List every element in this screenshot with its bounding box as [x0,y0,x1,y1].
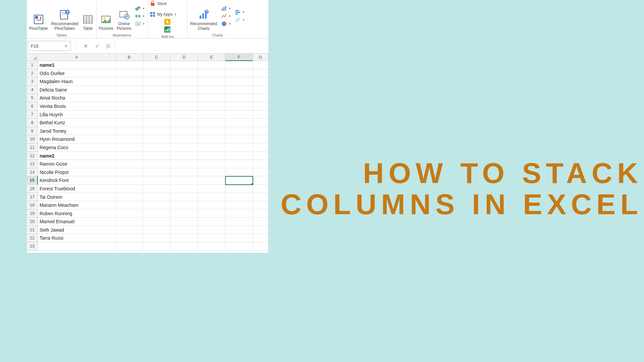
row-header-4[interactable]: 4 [27,86,38,94]
cell-A20[interactable]: Marivel Emanuel [38,218,116,226]
cell-B10[interactable] [116,135,143,143]
cell-A3[interactable]: Magdalen Haun [38,77,116,86]
cell-A5[interactable]: Amal Rocha [38,94,116,102]
online-pictures-button[interactable]: Online Pictures [116,8,132,32]
column-header-D[interactable]: D [170,54,198,61]
screenshot-button[interactable] [134,20,145,27]
cell-D2[interactable] [170,69,198,78]
row-header-8[interactable]: 8 [27,119,38,127]
cell-G7[interactable] [253,111,268,119]
cell-B9[interactable] [116,127,143,135]
cell-A10[interactable]: Hyon Rosamond [38,135,116,143]
cell-E1[interactable] [198,61,225,69]
cell-B22[interactable] [116,234,143,242]
store-button[interactable]: Store [149,0,167,7]
cell-D22[interactable] [170,234,198,242]
cell-G3[interactable] [253,77,268,86]
cell-A1[interactable]: name1 [38,61,116,69]
cell-E7[interactable] [198,111,225,119]
cell-B20[interactable] [116,218,143,226]
cell-B15[interactable] [116,176,143,185]
cell-G1[interactable] [253,61,268,69]
row-header-13[interactable]: 13 [27,160,38,168]
cell-E10[interactable] [198,135,225,143]
cell-C6[interactable] [143,102,171,111]
row-header-5[interactable]: 5 [27,94,38,102]
cell-B6[interactable] [116,102,143,111]
cell-F4[interactable] [225,86,253,94]
cell-D3[interactable] [170,77,198,86]
cell-G10[interactable] [253,135,268,143]
cell-F22[interactable] [225,234,253,242]
smartart-button[interactable] [134,12,145,20]
cell-D8[interactable] [170,119,198,127]
formula-input[interactable] [115,41,267,51]
cell-G2[interactable] [253,69,268,78]
table-button[interactable]: Table [81,13,95,32]
bar-chart-button[interactable] [234,8,245,16]
cell-D21[interactable] [170,226,198,234]
cell-A8[interactable]: Bethel Kurtz [38,119,116,127]
cell-G21[interactable] [253,226,268,234]
cell-F7[interactable] [225,111,253,119]
scatter-chart-button[interactable] [234,16,245,23]
column-header-G[interactable]: G [253,54,268,61]
cell-B5[interactable] [116,94,143,102]
column-header-C[interactable]: C [143,54,171,61]
cell-A17[interactable]: Tai Ostrem [38,193,116,201]
column-header-B[interactable]: B [116,54,143,61]
row-header-11[interactable]: 11 [27,143,38,152]
cancel-formula-button[interactable]: ✕ [81,41,90,51]
cell-C11[interactable] [143,143,171,152]
cell-C7[interactable] [143,111,171,119]
cell-B23[interactable] [116,242,143,251]
cell-E4[interactable] [198,86,225,94]
cell-A7[interactable]: Lilla Huynh [38,111,116,119]
cell-F3[interactable] [225,77,253,86]
cell-F1[interactable] [225,61,253,69]
cell-B3[interactable] [116,77,143,86]
pictures-button[interactable]: Pictures [98,13,114,32]
cell-F5[interactable] [225,94,253,102]
line-chart-button[interactable] [220,12,231,20]
cell-B11[interactable] [116,143,143,152]
cell-D7[interactable] [170,111,198,119]
column-header-E[interactable]: E [198,54,225,61]
cell-B14[interactable] [116,168,143,177]
row-header-9[interactable]: 9 [27,127,38,135]
insert-function-button[interactable]: fx [104,41,113,51]
cell-B1[interactable] [116,61,143,69]
cell-F8[interactable] [225,119,253,127]
cell-G23[interactable] [253,242,268,251]
cell-C21[interactable] [143,226,171,234]
enter-formula-button[interactable]: ✓ [92,41,102,51]
cell-D23[interactable] [170,242,198,251]
recommended-pivot-button[interactable]: ? Recommended PivotTables [50,8,79,32]
row-header-15[interactable]: 15 [27,176,38,185]
cell-C8[interactable] [143,119,171,127]
cell-A19[interactable]: Ruben Running [38,209,116,218]
cell-B21[interactable] [116,226,143,234]
cell-B17[interactable] [116,193,143,201]
cell-B12[interactable] [116,152,143,160]
cell-E21[interactable] [198,226,225,234]
cell-E9[interactable] [198,127,225,135]
row-header-14[interactable]: 14 [27,168,38,177]
people-graph-button[interactable] [164,26,171,33]
cell-G11[interactable] [253,143,268,152]
row-header-1[interactable]: 1 [27,61,38,69]
select-all-corner[interactable] [27,54,38,61]
column-header-A[interactable]: A [38,54,116,61]
row-header-18[interactable]: 18 [27,201,38,209]
cell-B13[interactable] [116,160,143,168]
cell-D11[interactable] [170,143,198,152]
cell-A21[interactable]: Seth Jawad [38,226,116,234]
row-header-16[interactable]: 16 [27,185,38,193]
cell-B18[interactable] [116,201,143,209]
cell-C4[interactable] [143,86,171,94]
cell-C1[interactable] [143,61,171,69]
cell-E2[interactable] [198,69,225,78]
cell-B2[interactable] [116,69,143,78]
cell-B7[interactable] [116,111,143,119]
cell-F9[interactable] [225,127,253,135]
